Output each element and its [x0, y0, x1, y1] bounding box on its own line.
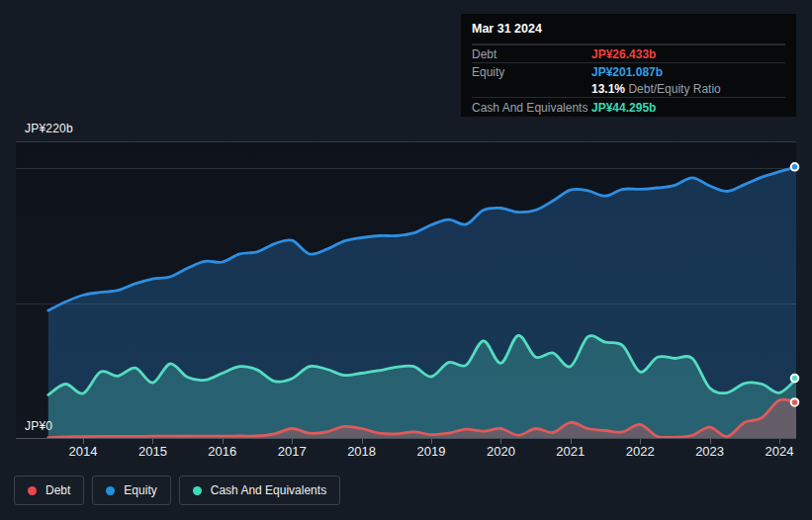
- x-tick-label-2016: 2016: [208, 444, 236, 459]
- legend-cash-label: Cash And Equivalents: [211, 483, 326, 497]
- x-tick-label-2019: 2019: [417, 444, 446, 459]
- tooltip-equity-label: Equity: [472, 65, 591, 79]
- tooltip-row-debt: Debt JP¥26.433b: [472, 44, 785, 62]
- legend-equity-label: Equity: [124, 483, 156, 497]
- tooltip-debt-label: Debt: [472, 47, 591, 61]
- x-tick-label-2022: 2022: [626, 444, 655, 459]
- y-axis-label-max: JP¥220b: [25, 122, 73, 135]
- tooltip-cash-value: JP¥44.295b: [591, 101, 656, 115]
- cash-endpoint-marker: [791, 375, 799, 383]
- x-tick-label-2024: 2024: [766, 444, 794, 459]
- debt-equity-history-chart-panel: 2014201520162017201820192020202120222023…: [0, 0, 812, 520]
- x-tick-label-2018: 2018: [347, 444, 376, 459]
- tooltip-date: Mar 31 2024: [472, 14, 785, 44]
- x-tick-label-2017: 2017: [278, 444, 307, 459]
- x-tick-label-2015: 2015: [138, 444, 167, 459]
- x-tick-label-2021: 2021: [556, 444, 585, 459]
- cash-swatch-icon: [193, 486, 202, 495]
- y-axis-label-zero: JP¥0: [25, 419, 52, 433]
- tooltip-equity-value: JP¥201.087b: [591, 65, 663, 79]
- legend-item-equity[interactable]: Equity: [92, 476, 170, 505]
- tooltip-row-cash: Cash And Equivalents JP¥44.295b: [472, 97, 785, 118]
- legend-debt-label: Debt: [45, 483, 70, 497]
- tooltip-cash-label: Cash And Equivalents: [472, 101, 591, 115]
- chart-tooltip: Mar 31 2024 Debt JP¥26.433b Equity JP¥20…: [461, 14, 796, 117]
- debt-endpoint-marker: [791, 398, 799, 406]
- x-tick-label-2020: 2020: [487, 444, 515, 459]
- x-tick-label-2014: 2014: [69, 444, 98, 459]
- x-tick-label-2023: 2023: [695, 444, 724, 459]
- chart-legend: Debt Equity Cash And Equivalents: [14, 476, 340, 505]
- tooltip-ratio-label: Debt/Equity Ratio: [628, 82, 720, 96]
- tooltip-row-ratio: 13.1% Debt/Equity Ratio: [472, 80, 785, 97]
- legend-item-debt[interactable]: Debt: [14, 476, 84, 505]
- legend-item-cash[interactable]: Cash And Equivalents: [179, 476, 340, 505]
- debt-swatch-icon: [28, 486, 37, 495]
- equity-endpoint-marker: [791, 163, 799, 171]
- tooltip-ratio-value: 13.1%: [591, 82, 625, 96]
- tooltip-debt-value: JP¥26.433b: [591, 47, 656, 61]
- tooltip-row-equity: Equity JP¥201.087b: [472, 62, 785, 80]
- equity-swatch-icon: [106, 486, 115, 495]
